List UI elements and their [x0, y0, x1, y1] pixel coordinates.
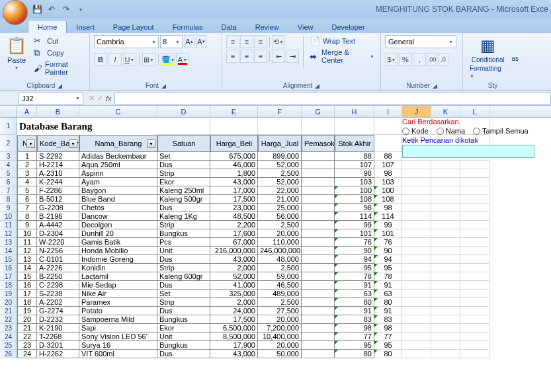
cell[interactable]: 22,000 [258, 186, 302, 195]
cell[interactable]: 98 [335, 204, 374, 212]
cell[interactable]: K-2244 [37, 178, 79, 186]
cell[interactable] [302, 341, 335, 350]
cell[interactable]: 216,000,000 [210, 247, 258, 255]
cell[interactable]: 3 [17, 169, 37, 178]
cell[interactable]: 27,500 [258, 307, 302, 315]
tab-page-layout[interactable]: Page Layout [104, 20, 163, 33]
cell[interactable]: 110,000 [258, 238, 302, 247]
cell[interactable]: 88 [374, 152, 402, 161]
cell[interactable] [431, 272, 460, 281]
cell[interactable] [302, 169, 335, 178]
cell[interactable]: Indomie Goreng [79, 255, 157, 264]
row-header[interactable]: 26 [0, 350, 17, 358]
cell[interactable] [460, 290, 489, 298]
dialog-launcher-icon[interactable]: ◢ [433, 83, 437, 89]
cell[interactable]: 2,200 [210, 221, 258, 229]
cell[interactable]: 91 [374, 307, 402, 315]
cell[interactable]: Gamis Batik [79, 238, 157, 247]
cell[interactable]: 6,500,000 [210, 324, 258, 333]
table-header[interactable]: Pemasok [302, 135, 335, 152]
cell[interactable]: Adidas Beckembaur [79, 152, 157, 161]
cell[interactable]: 6 [17, 195, 37, 204]
cell[interactable]: 2 [17, 161, 37, 169]
cell[interactable]: 1 [17, 152, 37, 161]
cell[interactable] [431, 255, 460, 264]
cell[interactable] [258, 118, 302, 135]
cell[interactable]: Kaleng 250ml [157, 186, 210, 195]
cell[interactable]: Dus [157, 350, 210, 358]
row-header[interactable]: 23 [0, 324, 17, 333]
cell[interactable] [460, 178, 489, 186]
cell[interactable] [302, 118, 335, 135]
cell[interactable]: B-2196 [37, 212, 79, 221]
align-right-button[interactable]: ≡ [254, 50, 267, 63]
row-header[interactable]: 19 [0, 290, 17, 298]
cell[interactable]: 76 [374, 238, 402, 247]
row-header[interactable]: 9 [0, 204, 17, 212]
row-header[interactable]: 21 [0, 307, 17, 315]
cell[interactable]: 91 [335, 281, 374, 290]
cell[interactable]: 9 [17, 221, 37, 229]
cell[interactable] [460, 333, 489, 341]
cell[interactable]: 114 [374, 212, 402, 221]
percent-button[interactable]: % [399, 53, 412, 66]
cell[interactable]: 43,000 [210, 255, 258, 264]
cell[interactable] [460, 307, 489, 315]
cell[interactable]: 21,000 [258, 195, 302, 204]
cell[interactable]: Aspirin [79, 169, 157, 178]
cell[interactable]: 107 [374, 161, 402, 169]
cell[interactable] [302, 324, 335, 333]
increase-decimal-button[interactable]: .00 [427, 53, 437, 66]
cell[interactable]: 19 [17, 307, 37, 315]
row-header[interactable]: 2 [0, 135, 17, 152]
cell[interactable]: 43,000 [210, 350, 258, 358]
tab-home[interactable]: Home [28, 20, 67, 33]
conditional-formatting-button[interactable]: ▦ Conditional Formatting ▼ [467, 35, 509, 81]
cell[interactable]: 7,200,000 [258, 324, 302, 333]
cell[interactable]: 20,000 [258, 341, 302, 350]
cell[interactable] [402, 178, 431, 186]
tab-view[interactable]: View [288, 20, 323, 33]
cell[interactable]: 8 [17, 212, 37, 221]
cell[interactable]: 108 [335, 195, 374, 204]
col-header-I[interactable]: I [374, 106, 402, 117]
cell[interactable] [431, 333, 460, 341]
cell[interactable]: 489,000 [258, 290, 302, 298]
cell[interactable]: 17,500 [210, 315, 258, 324]
fx-icon[interactable]: fx [106, 95, 112, 102]
cell[interactable]: T-2268 [37, 333, 79, 341]
cell[interactable] [402, 333, 431, 341]
cell[interactable]: A-2310 [37, 169, 79, 178]
cell[interactable]: 2,500 [258, 169, 302, 178]
cell[interactable] [431, 315, 460, 324]
cell[interactable]: 2,000 [210, 298, 258, 307]
table-header[interactable]: Kode_Barang▼ [37, 135, 79, 152]
bold-button[interactable]: B [94, 53, 107, 66]
qat-customize-icon[interactable]: ▼ [74, 3, 87, 16]
cell[interactable]: 52,000 [258, 178, 302, 186]
formula-input[interactable] [114, 93, 551, 104]
cell[interactable]: 24 [17, 350, 37, 358]
cell[interactable]: 50,000 [258, 350, 302, 358]
cell[interactable] [431, 324, 460, 333]
cell[interactable] [335, 118, 374, 135]
cell[interactable]: W-2220 [37, 238, 79, 247]
cell[interactable]: G-2208 [37, 204, 79, 212]
cell[interactable]: 77 [335, 333, 374, 341]
cell[interactable] [460, 221, 489, 229]
cell[interactable]: 899,000 [258, 152, 302, 161]
cell[interactable] [460, 195, 489, 204]
cell[interactable] [460, 281, 489, 290]
search-input[interactable] [402, 145, 534, 158]
cell[interactable]: 95 [374, 341, 402, 350]
cell[interactable] [431, 195, 460, 204]
cell[interactable]: Dus [157, 161, 210, 169]
cell[interactable]: Dus [157, 255, 210, 264]
cut-button[interactable]: ✂Cut [32, 35, 85, 46]
cell[interactable]: H-2262 [37, 350, 79, 358]
cell[interactable] [302, 195, 335, 204]
col-header-E[interactable]: E [210, 106, 258, 117]
cell[interactable]: 5 [17, 186, 37, 195]
qat-save-icon[interactable]: 💾 [30, 3, 44, 16]
cell[interactable]: 17,000 [210, 186, 258, 195]
